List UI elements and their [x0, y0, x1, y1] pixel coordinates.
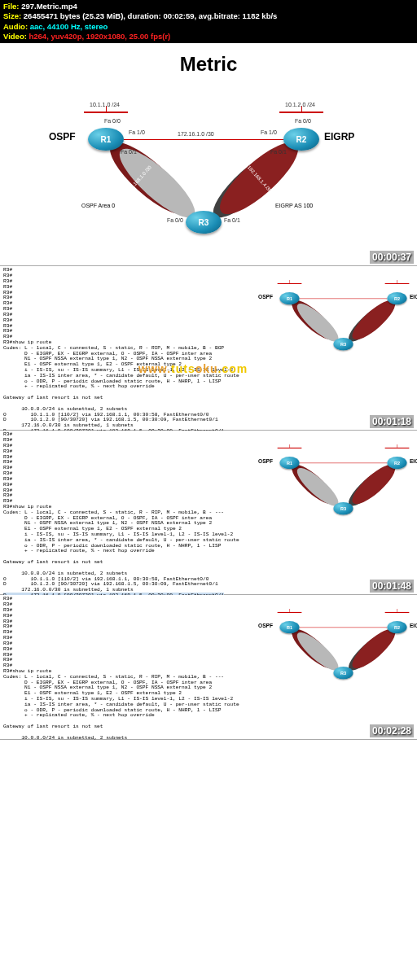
- if-r3-fa00: Fa 0/0: [167, 217, 183, 223]
- network-diagram-small-2: OSPF EIGRP: [231, 266, 410, 338]
- eigrp-as-label: EIGRP AS 100: [275, 203, 313, 208]
- if-r1-fa00: Fa 0/0: [104, 118, 121, 124]
- if-r1-fa10: Fa 1/0: [129, 129, 145, 135]
- svg-point-11: [347, 462, 400, 510]
- network-diagram: 10.1.1.0 /24 10.1.2.0 /24 172.16.1.0 /30…: [0, 81, 417, 260]
- size-label: Size:: [3, 11, 21, 20]
- timestamp-4: 00:02:28: [370, 724, 414, 737]
- size-value: 26455471 bytes (25.23 MiB), duration: 00…: [24, 11, 278, 20]
- media-info-header: File: 297.Metric.mp4 Size: 26455471 byte…: [0, 0, 417, 43]
- if-r2-fa01: Fa 0/1: [270, 149, 287, 155]
- file-name: 297.Metric.mp4: [21, 2, 77, 11]
- link-top-label: 172.16.1.0 /30: [178, 131, 214, 137]
- subnet-right-bar: [279, 112, 323, 113]
- frame-4: R3# R3# R3# R3# R3# R3# R3# R3# R3# R3# …: [0, 595, 417, 740]
- ospf-area-label: OSPF Area 0: [81, 203, 115, 208]
- subnet-right-label: 10.1.2.0 /24: [285, 102, 315, 107]
- timestamp-2: 00:01:18: [370, 415, 414, 428]
- ospf-label: OSPF: [49, 131, 76, 142]
- timestamp-3: 00:01:48: [370, 580, 414, 593]
- timestamp-1: 00:00:37: [370, 251, 414, 264]
- eigrp-label: EIGRP: [324, 131, 354, 142]
- svg-point-15: [347, 627, 400, 674]
- slide-title: Metric: [0, 43, 417, 81]
- if-r1-fa01: Fa 0/1: [121, 149, 137, 155]
- network-diagram-small-4: OSPF EIGRP: [231, 595, 410, 667]
- frame-2: R3# R3# R3# R3# R3# R3# R3# R3# R3# R3# …: [0, 266, 417, 431]
- subnet-left-label: 10.1.1.0 /24: [90, 102, 120, 107]
- frame-1: Metric 10.1.1.0 /24 10.1.2.0 /24 172.16.…: [0, 43, 417, 266]
- audio-label: Audio:: [3, 22, 28, 31]
- video-value: h264, yuv420p, 1920x1080, 25.00 fps(r): [29, 32, 171, 41]
- network-diagram-small-3: OSPF EIGRP: [231, 431, 410, 502]
- if-r2-fa00: Fa 0/0: [295, 118, 311, 124]
- audio-value: aac, 44100 Hz, stereo: [30, 22, 108, 31]
- watermark: www.tutsoku.com: [138, 362, 248, 375]
- frame-3: R3# R3# R3# R3# R3# R3# R3# R3# R3# R3# …: [0, 431, 417, 595]
- if-r3-fa01: Fa 0/1: [224, 217, 240, 223]
- svg-point-7: [347, 298, 400, 345]
- subnet-left-bar: [84, 112, 128, 113]
- if-r2-fa10: Fa 1/0: [261, 129, 277, 135]
- video-label: Video:: [3, 32, 27, 41]
- file-label: File:: [3, 2, 20, 11]
